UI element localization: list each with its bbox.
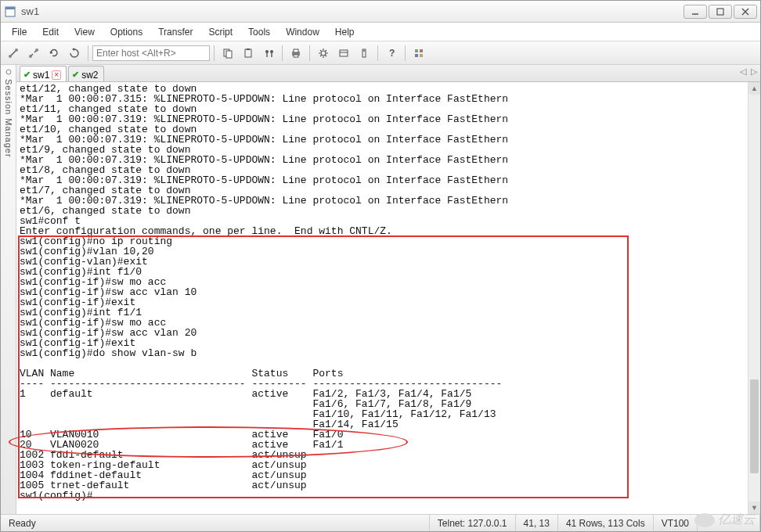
svg-rect-25 <box>415 49 418 52</box>
menu-view[interactable]: View <box>67 24 103 40</box>
menu-help[interactable]: Help <box>327 24 362 40</box>
menu-options[interactable]: Options <box>103 24 150 40</box>
scroll-down-icon[interactable]: ▼ <box>748 501 760 514</box>
status-connection: Telnet: 127.0.0.1 <box>430 515 516 531</box>
svg-rect-18 <box>294 55 298 57</box>
session-manager-tab[interactable]: Session Manager <box>1 65 16 514</box>
document-area: ✔ sw1 × ✔ sw2 ◁ ▷ et1/12, changed state … <box>16 65 760 514</box>
svg-point-19 <box>321 51 326 56</box>
svg-point-23 <box>363 50 365 52</box>
toolbar: ? <box>1 41 760 65</box>
tab-next-icon[interactable]: ▷ <box>751 66 757 77</box>
tile-icon[interactable] <box>409 45 428 62</box>
status-ready: Ready <box>1 515 430 531</box>
svg-rect-26 <box>420 49 423 52</box>
svg-point-9 <box>35 49 38 52</box>
status-term: VT100 <box>654 515 698 531</box>
close-button[interactable] <box>734 5 757 19</box>
scroll-up-icon[interactable]: ▲ <box>748 82 760 95</box>
terminal-output[interactable]: et1/12, changed state to down *Mar 1 00:… <box>16 82 760 514</box>
reconnect-icon[interactable] <box>45 45 63 62</box>
svg-rect-1 <box>5 7 15 9</box>
svg-point-15 <box>270 50 273 53</box>
scrollbar[interactable]: ▲ ▼ <box>748 82 760 514</box>
status-bar: Ready Telnet: 127.0.0.1 41, 13 41 Rows, … <box>1 514 760 531</box>
svg-rect-12 <box>245 49 251 57</box>
maximize-button[interactable] <box>709 5 732 19</box>
svg-rect-11 <box>226 51 232 58</box>
svg-point-7 <box>15 49 18 52</box>
session-options-icon[interactable] <box>334 45 353 62</box>
menu-tools[interactable]: Tools <box>240 24 278 40</box>
status-size: 41 Rows, 113 Cols <box>558 515 654 531</box>
copy-icon[interactable] <box>218 45 237 62</box>
menubar: File Edit View Options Transfer Script T… <box>1 23 760 41</box>
help-icon[interactable]: ? <box>382 45 401 62</box>
svg-rect-27 <box>415 54 418 57</box>
connect-icon[interactable] <box>4 45 23 62</box>
svg-point-29 <box>6 70 11 74</box>
tab-prev-icon[interactable]: ◁ <box>740 66 746 77</box>
minimize-button[interactable] <box>683 5 707 19</box>
tab-label: sw1 <box>33 70 49 81</box>
menu-edit[interactable]: Edit <box>34 24 67 40</box>
refresh-icon[interactable] <box>65 45 84 62</box>
connected-icon: ✔ <box>72 70 79 80</box>
tab-close-icon[interactable]: × <box>52 70 61 80</box>
svg-point-6 <box>9 55 12 58</box>
svg-rect-28 <box>420 54 423 57</box>
print-icon[interactable] <box>287 45 305 62</box>
svg-rect-20 <box>340 50 348 56</box>
tab-label: sw2 <box>81 70 98 81</box>
settings-icon[interactable] <box>314 45 333 62</box>
titlebar: sw1 <box>1 1 760 23</box>
session-manager-label: Session Manager <box>4 79 13 158</box>
toggle-icon[interactable] <box>355 45 373 62</box>
svg-text:?: ? <box>389 48 395 59</box>
tab-strip: ✔ sw1 × ✔ sw2 ◁ ▷ <box>16 65 760 82</box>
menu-script[interactable]: Script <box>200 24 240 40</box>
host-input[interactable] <box>92 45 210 61</box>
paste-icon[interactable] <box>239 45 258 62</box>
connected-icon: ✔ <box>23 70 31 80</box>
svg-rect-17 <box>294 49 298 52</box>
svg-rect-13 <box>247 49 250 50</box>
status-cursor: 41, 13 <box>516 515 558 531</box>
main-area: Session Manager ✔ sw1 × ✔ sw2 ◁ ▷ et1/12… <box>1 65 760 514</box>
pin-icon <box>5 68 13 76</box>
svg-rect-3 <box>717 9 723 15</box>
app-icon <box>4 5 16 18</box>
tab-sw1[interactable]: ✔ sw1 × <box>20 66 67 81</box>
menu-file[interactable]: File <box>4 24 34 40</box>
window-title: sw1 <box>21 5 683 17</box>
menu-transfer[interactable]: Transfer <box>150 24 200 40</box>
svg-point-8 <box>29 55 32 58</box>
find-icon[interactable] <box>259 45 278 62</box>
svg-point-14 <box>265 50 269 53</box>
menu-window[interactable]: Window <box>278 24 327 40</box>
scrollbar-thumb[interactable] <box>750 379 759 473</box>
tab-sw2[interactable]: ✔ sw2 <box>68 66 103 81</box>
disconnect-icon[interactable] <box>24 45 43 62</box>
